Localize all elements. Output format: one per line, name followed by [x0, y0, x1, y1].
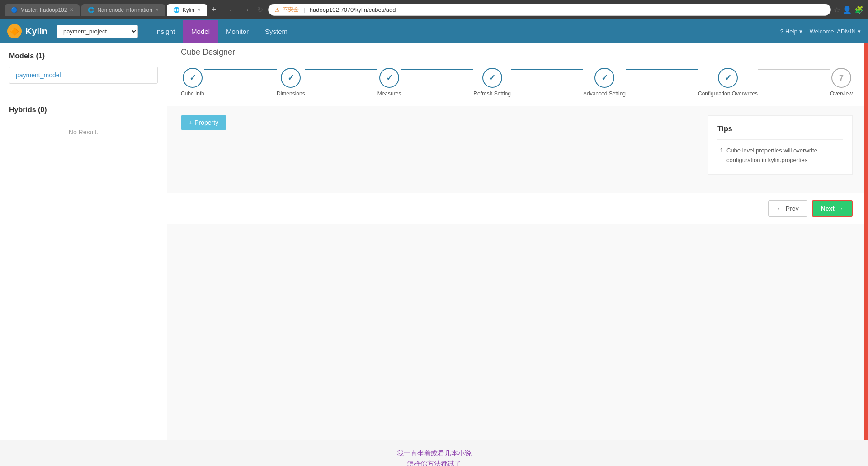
app-logo: 🔶 Kylin [7, 24, 47, 38]
footer-chinese-1: 我一直坐着或看几本小说 [0, 449, 868, 458]
main-nav: Insight Model Monitor System [147, 20, 780, 43]
step-configuration-overwrites[interactable]: ✓ Configuration Overwrites [698, 68, 758, 97]
step-circle-5: ✓ [594, 68, 614, 88]
tips-list: Cube level properties will overwrite con… [717, 146, 843, 165]
tab-namenode[interactable]: 🌐 Namenode information ✕ [81, 4, 165, 16]
reload-button[interactable]: ↻ [255, 5, 265, 15]
step-label-4: Refresh Setting [473, 90, 511, 97]
help-button[interactable]: ? Help ▾ [780, 28, 802, 35]
step-circle-6: ✓ [718, 68, 738, 88]
cube-designer-header: Cube Designer ✓ Cube Info ✓ Dimensions ✓ [167, 43, 866, 106]
step-circle-4: ✓ [482, 68, 502, 88]
extensions-button[interactable]: 🧩 [854, 5, 863, 14]
connector-3-4 [401, 69, 473, 70]
model-item-payment[interactable]: payment_model [9, 67, 158, 84]
tab-label-2: Namenode information [97, 7, 152, 13]
tabs-row: 🔵 Master: hadoop102 ✕ 🌐 Namenode informa… [5, 4, 219, 16]
connector-6-7 [758, 69, 830, 70]
help-icon: ? [780, 28, 783, 35]
tab-master-hadoop[interactable]: 🔵 Master: hadoop102 ✕ [5, 4, 80, 16]
step-overview[interactable]: 7 Overview [830, 68, 853, 97]
step-advanced-setting[interactable]: ✓ Advanced Setting [583, 68, 626, 97]
address-bar[interactable]: ⚠ 不安全 | hadoop102:7070/kylin/cubes/add [268, 4, 831, 16]
step-circle-2: ✓ [281, 68, 301, 88]
welcome-text: Welcome, ADMIN [810, 28, 856, 35]
step-measures[interactable]: ✓ Measures [377, 68, 401, 97]
next-arrow-icon: → [837, 205, 844, 212]
connector-1-2 [204, 69, 277, 70]
tab-kylin[interactable]: 🌐 Kylin ✕ [167, 4, 207, 16]
connector-5-6 [626, 69, 698, 70]
security-warning-icon: ⚠ [275, 7, 280, 13]
welcome-chevron-icon: ▾ [858, 28, 861, 35]
next-button[interactable]: Next → [812, 200, 853, 217]
footer-chinese-2: 怎样你方法都试了 [0, 460, 868, 466]
cube-designer-title: Cube Designer [181, 48, 853, 57]
sidebar: Models (1) payment_model Hybrids (0) No … [0, 43, 167, 440]
step-circle-3: ✓ [379, 68, 399, 88]
hybrids-title: Hybrids (0) [9, 106, 158, 114]
page-footer: 我一直坐着或看几本小说 怎样你方法都试了 © Kylin Community [0, 440, 868, 466]
models-title: Models (1) [9, 52, 158, 60]
nav-buttons: ← Prev Next → [167, 193, 866, 224]
logo-text: Kylin [25, 26, 47, 37]
step-circle-7: 7 [831, 68, 851, 88]
tab-icon-3: 🌐 [173, 7, 180, 13]
welcome-dropdown[interactable]: Welcome, ADMIN ▾ [810, 28, 861, 35]
step-label-3: Measures [377, 90, 401, 97]
step-circle-1: ✓ [183, 68, 203, 88]
content-right: Tips Cube level properties will overwrit… [708, 115, 853, 175]
bookmark-button[interactable]: ☆ [834, 5, 840, 14]
tab-label-1: Master: hadoop102 [20, 7, 67, 13]
step-refresh-setting[interactable]: ✓ Refresh Setting [473, 68, 511, 97]
tips-title: Tips [717, 125, 843, 133]
prev-arrow-icon: ← [777, 205, 783, 212]
property-label: Property [194, 119, 218, 126]
account-button[interactable]: 👤 [843, 5, 852, 14]
step-dimensions[interactable]: ✓ Dimensions [277, 68, 305, 97]
tab-close-1[interactable]: ✕ [70, 7, 73, 12]
browser-chrome: 🔵 Master: hadoop102 ✕ 🌐 Namenode informa… [0, 0, 868, 19]
tab-label-3: Kylin [183, 7, 194, 13]
content-area: + Property Tips Cube level properties wi… [167, 106, 866, 184]
no-result-text: No Result. [9, 119, 158, 145]
help-chevron-icon: ▾ [799, 28, 802, 35]
back-button[interactable]: ← [226, 5, 238, 15]
step-label-5: Advanced Setting [583, 90, 626, 97]
connector-4-5 [511, 69, 583, 70]
content-left: + Property [181, 115, 694, 175]
tab-close-3[interactable]: ✕ [197, 7, 201, 12]
separator: | [303, 6, 305, 13]
new-tab-button[interactable]: + [209, 4, 219, 15]
address-bar-actions: ☆ 👤 🧩 [834, 5, 863, 14]
step-cube-info[interactable]: ✓ Cube Info [181, 68, 204, 97]
help-label: Help [785, 28, 797, 35]
project-selector[interactable]: payment_project [57, 25, 138, 38]
security-warning-text: 不安全 [283, 6, 299, 14]
tips-divider [717, 139, 843, 140]
main-content: Cube Designer ✓ Cube Info ✓ Dimensions ✓ [167, 43, 868, 440]
tab-close-2[interactable]: ✕ [155, 7, 159, 12]
nav-model[interactable]: Model [183, 20, 218, 43]
prev-label: Prev [786, 205, 799, 212]
nav-insight[interactable]: Insight [147, 20, 183, 43]
tab-icon-1: 🔵 [11, 7, 18, 13]
forward-button[interactable]: → [241, 5, 252, 15]
prev-button[interactable]: ← Prev [768, 200, 807, 217]
step-label-7: Overview [830, 90, 853, 97]
property-button[interactable]: + Property [181, 115, 226, 130]
main-layout: Models (1) payment_model Hybrids (0) No … [0, 43, 868, 440]
tips-panel: Tips Cube level properties will overwrit… [708, 115, 853, 175]
nav-system[interactable]: System [257, 20, 296, 43]
connector-2-3 [305, 69, 377, 70]
sidebar-divider [9, 95, 158, 95]
nav-right: ? Help ▾ Welcome, ADMIN ▾ [780, 28, 861, 35]
app-navbar: 🔶 Kylin payment_project Insight Model Mo… [0, 19, 868, 43]
step-label-1: Cube Info [181, 90, 204, 97]
stepper: ✓ Cube Info ✓ Dimensions ✓ Measures [181, 63, 853, 106]
logo-icon: 🔶 [7, 24, 22, 38]
next-label: Next [821, 205, 835, 212]
nav-monitor[interactable]: Monitor [218, 20, 257, 43]
red-accent-border [864, 43, 866, 440]
step-label-2: Dimensions [277, 90, 305, 97]
